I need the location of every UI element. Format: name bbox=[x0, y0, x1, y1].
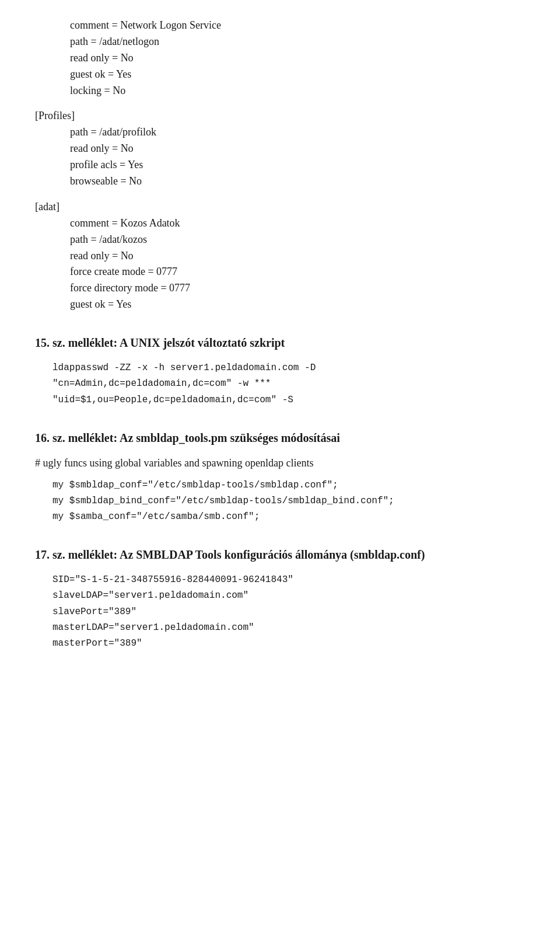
section-17-code-line-3: slavePort="389" bbox=[52, 604, 525, 620]
adat-config: [adat] comment = Kozos Adatok path = /ad… bbox=[35, 199, 525, 313]
section-17-code-line-4: masterLDAP="server1.peldadomain.com" bbox=[52, 620, 525, 636]
section-17-code-line-1: SID="S-1-5-21-348755916-828440091-962418… bbox=[52, 572, 525, 588]
section-16-intro: # ugly funcs using global variables and … bbox=[35, 455, 525, 472]
section-15-code-line-3: "uid=$1,ou=People,dc=peldadomain,dc=com"… bbox=[52, 392, 525, 408]
section-17: 17. sz. melléklet: Az SMBLDAP Tools konf… bbox=[35, 546, 525, 652]
netlogon-line-5: locking = No bbox=[35, 83, 525, 99]
adat-line-5: force directory mode = 0777 bbox=[35, 280, 525, 297]
section-16-code: my $smbldap_conf="/etc/smbldap-tools/smb… bbox=[52, 478, 525, 525]
adat-line-1: comment = Kozos Adatok bbox=[35, 215, 525, 232]
section-16-code-line-3: my $samba_conf="/etc/samba/smb.conf"; bbox=[52, 509, 525, 525]
section-16-code-line-1: my $smbldap_conf="/etc/smbldap-tools/smb… bbox=[52, 478, 525, 493]
adat-header: [adat] bbox=[35, 199, 525, 215]
section-16-title: 16. sz. melléklet: Az smbldap_tools.pm s… bbox=[35, 429, 525, 447]
profiles-header: [Profiles] bbox=[35, 108, 525, 124]
netlogon-config: comment = Network Logon Service path = /… bbox=[35, 18, 525, 99]
profiles-line-3: profile acls = Yes bbox=[35, 157, 525, 173]
profiles-line-4: browseable = No bbox=[35, 173, 525, 190]
main-content: comment = Network Logon Service path = /… bbox=[35, 18, 525, 652]
adat-line-2: path = /adat/kozos bbox=[35, 232, 525, 248]
profiles-config: [Profiles] path = /adat/profilok read on… bbox=[35, 108, 525, 189]
section-15-code-line-1: ldappasswd -ZZ -x -h server1.peldadomain… bbox=[52, 360, 525, 376]
section-16: 16. sz. melléklet: Az smbldap_tools.pm s… bbox=[35, 429, 525, 525]
section-15-title: 15. sz. melléklet: A UNIX jelszót változ… bbox=[35, 334, 525, 352]
section-16-code-line-2: my $smbldap_bind_conf="/etc/smbldap-tool… bbox=[52, 493, 525, 509]
profiles-line-2: read only = No bbox=[35, 141, 525, 157]
netlogon-line-2: path = /adat/netlogon bbox=[35, 34, 525, 50]
adat-line-6: guest ok = Yes bbox=[35, 297, 525, 313]
section-17-code: SID="S-1-5-21-348755916-828440091-962418… bbox=[52, 572, 525, 652]
section-15-code-line-2: "cn=Admin,dc=peldadomain,dc=com" -w *** bbox=[52, 376, 525, 392]
adat-line-3: read only = No bbox=[35, 248, 525, 264]
netlogon-line-3: read only = No bbox=[35, 50, 525, 67]
profiles-line-1: path = /adat/profilok bbox=[35, 124, 525, 141]
netlogon-line-4: guest ok = Yes bbox=[35, 67, 525, 83]
netlogon-line-1: comment = Network Logon Service bbox=[35, 18, 525, 34]
section-15-code: ldappasswd -ZZ -x -h server1.peldadomain… bbox=[52, 360, 525, 408]
section-17-title: 17. sz. melléklet: Az SMBLDAP Tools konf… bbox=[35, 546, 525, 564]
adat-line-4: force create mode = 0777 bbox=[35, 264, 525, 280]
section-15: 15. sz. melléklet: A UNIX jelszót változ… bbox=[35, 334, 525, 408]
section-17-code-line-2: slaveLDAP="server1.peldadomain.com" bbox=[52, 588, 525, 604]
section-17-code-line-5: masterPort="389" bbox=[52, 636, 525, 652]
